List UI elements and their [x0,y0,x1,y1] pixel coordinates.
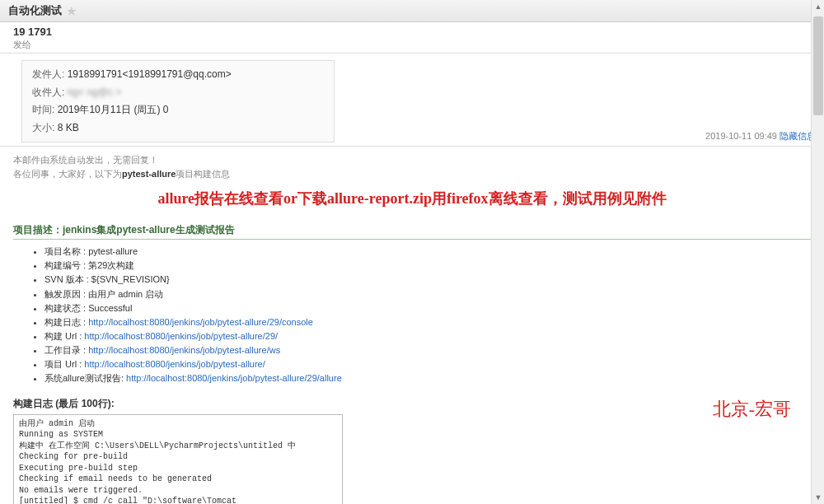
info-key: 构建状态 : [44,303,88,313]
info-link[interactable]: http://localhost:8080/jenkins/job/pytest… [88,345,280,355]
size-label: 大小: [32,119,54,138]
info-key: 构建 Url : [44,331,84,341]
from-value: 1918991791<1918991791@qq.com> [68,68,232,80]
time-value: 2019年10月11日 (周五) 0 [58,104,169,115]
scroll-thumb[interactable] [813,16,823,115]
info-item: 构建编号 : 第29次构建 [44,259,811,273]
info-item: SVN 版本 : ${SVN_REVISION} [44,273,811,287]
log-title: 构建日志 (最后 100行): [13,397,811,411]
window-title: 自动化测试 [8,3,62,18]
window-title-bar: 自动化测试 ★ [0,0,824,22]
from-label: 发件人: [32,66,64,84]
star-icon[interactable]: ★ [67,5,77,17]
info-link[interactable]: http://localhost:8080/jenkins/job/pytest… [88,317,313,327]
to-value: ng< ng@c > [68,86,122,98]
system-note: 本邮件由系统自动发出，无需回复！ 各位同事，大家好，以下为pytest-allu… [13,153,811,180]
sys-note-line2-post: 项目构建信息 [176,169,230,179]
section-description: 项目描述：jenkins集成pytest-allure生成测试报告 [13,223,811,240]
to-line: 发给 [13,39,816,51]
watermark: 北京-宏哥 [713,397,791,422]
info-item: 构建日志 : http://localhost:8080/jenkins/job… [44,315,811,329]
info-item: 构建状态 : Successful [44,301,811,315]
info-link[interactable]: http://localhost:8080/jenkins/job/pytest… [84,359,265,369]
sys-note-line2-pre: 各位同事，大家好，以下为 [13,169,122,179]
info-key: SVN 版本 : [44,274,91,284]
info-item: 项目名称 : pytest-allure [44,245,811,259]
sender-name: 19 1791 [13,26,816,38]
scroll-up-arrow[interactable]: ▲ [812,0,824,13]
size-value: 8 KB [58,122,79,133]
log-box[interactable]: 由用户 admin 启动 Running as SYSTEM 构建中 在工作空间… [13,414,343,504]
info-item: 工作目录 : http://localhost:8080/jenkins/job… [44,343,811,357]
info-value: 由用户 admin 启动 [88,289,163,299]
to-label: 收件人: [32,84,64,102]
info-key: 构建日志 : [44,317,88,327]
info-value: 第29次构建 [88,260,134,270]
info-key: 项目 Url : [44,359,84,369]
info-key: 构建编号 : [44,260,88,270]
info-value: pytest-allure [88,246,138,256]
meta-right: 2019-10-11 09:49 隐藏信息 [705,130,816,142]
info-key: 触发原因 : [44,289,88,299]
info-item: 触发原因 : 由用户 admin 启动 [44,287,811,301]
email-detail-box: 发件人: 1918991791<1918991791@qq.com> 收件人: … [21,60,335,142]
meta-row: 发件人: 1918991791<1918991791@qq.com> 收件人: … [0,54,824,147]
info-item: 系统allure测试报告: http://localhost:8080/jenk… [44,371,811,385]
info-key: 项目名称 : [44,246,88,256]
info-item: 构建 Url : http://localhost:8080/jenkins/j… [44,329,811,343]
info-key: 工作目录 : [44,345,88,355]
info-value: ${SVN_REVISION} [91,274,170,284]
info-link[interactable]: http://localhost:8080/jenkins/job/pytest… [126,373,342,383]
timestamp: 2019-10-11 09:49 [705,131,777,141]
vertical-scrollbar[interactable]: ▲ ▼ [811,0,824,504]
sys-note-line1: 本邮件由系统自动发出，无需回复！ [13,153,811,167]
to-prefix: 发给 [13,40,31,49]
headline: allure报告在线查看or下载allure-report.zip用firefo… [13,189,811,208]
info-value: Successful [88,303,132,313]
info-key: 系统allure测试报告: [44,373,126,383]
info-link[interactable]: http://localhost:8080/jenkins/job/pytest… [84,331,278,341]
email-body: 本邮件由系统自动发出，无需回复！ 各位同事，大家好，以下为pytest-allu… [0,147,824,504]
sys-note-line2-bold: pytest-allure [122,169,176,179]
time-label: 时间: [32,101,54,119]
info-list: 项目名称 : pytest-allure构建编号 : 第29次构建SVN 版本 … [44,245,811,385]
email-header: 19 1791 发给 [0,22,824,54]
scroll-down-arrow[interactable]: ▼ [812,491,824,504]
info-item: 项目 Url : http://localhost:8080/jenkins/j… [44,357,811,371]
